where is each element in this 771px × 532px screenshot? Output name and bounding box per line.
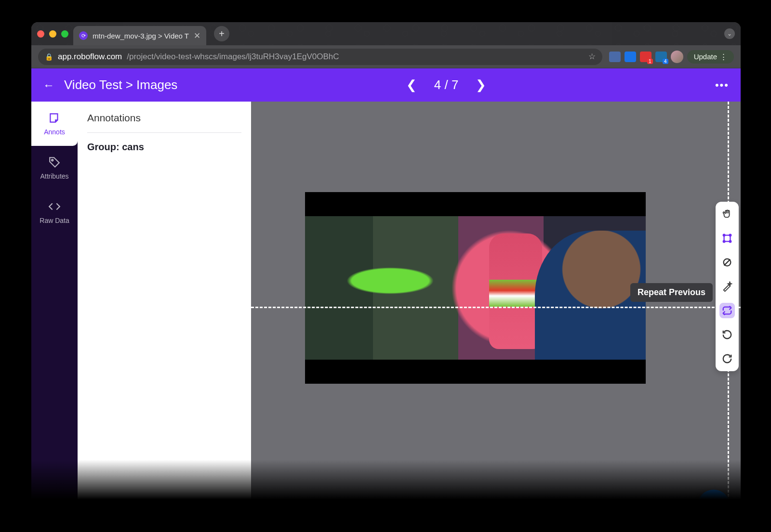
panel-title: Annotations — [87, 112, 241, 133]
minimize-window-button[interactable] — [49, 30, 56, 38]
hand-icon — [722, 209, 732, 220]
pager: ❮ 4 / 7 ❯ — [406, 78, 487, 92]
redo-icon — [722, 353, 732, 364]
browser-tab[interactable]: ⟳ mtn-dew_mov-3.jpg > Video T ✕ — [73, 26, 206, 45]
more-menu-button[interactable]: ••• — [715, 79, 729, 91]
page-current: 4 — [434, 78, 441, 92]
next-image-button[interactable]: ❯ — [476, 78, 486, 92]
decorative-mask — [0, 460, 771, 532]
svg-point-0 — [52, 159, 53, 161]
side-tab-label: Raw Data — [40, 217, 69, 224]
extension-icon[interactable]: 1 — [640, 52, 651, 62]
undo-icon — [722, 329, 732, 340]
extension-icon[interactable] — [609, 52, 621, 62]
magic-tool-button[interactable] — [719, 279, 735, 294]
side-tab-label: Attributes — [40, 172, 68, 180]
new-tab-button[interactable]: + — [214, 26, 229, 41]
app-header: ← Video Test > Images ❮ 4 / 7 ❯ ••• — [31, 68, 741, 102]
update-button[interactable]: Update ⋮ — [687, 50, 734, 64]
undo-button[interactable] — [719, 327, 735, 342]
tag-icon — [48, 156, 61, 169]
url-path: /project/video-test-whscs/images/lj3tuRH… — [127, 52, 339, 62]
update-label: Update — [694, 52, 717, 61]
side-tab-raw-data[interactable]: Raw Data — [31, 190, 78, 234]
svg-point-4 — [723, 241, 725, 243]
profile-avatar[interactable] — [671, 51, 683, 63]
guideline-horizontal — [251, 307, 741, 308]
tab-strip: ⟳ mtn-dew_mov-3.jpg > Video T ✕ + ⌄ — [31, 22, 741, 45]
image-object — [535, 231, 646, 360]
redo-button[interactable] — [719, 351, 735, 366]
close-window-button[interactable] — [37, 30, 44, 38]
url-bar: 🔒 app.roboflow.com/project/video-test-wh… — [31, 45, 741, 68]
favicon-icon: ⟳ — [79, 31, 88, 40]
lock-icon: 🔒 — [45, 53, 53, 61]
image-content — [305, 216, 646, 360]
note-icon — [48, 112, 61, 124]
prev-image-button[interactable]: ❮ — [406, 78, 417, 92]
side-tab-attributes[interactable]: Attributes — [31, 146, 78, 190]
page-separator: / — [445, 78, 448, 92]
repeat-previous-button[interactable] — [719, 303, 735, 318]
code-icon — [48, 200, 61, 213]
menu-dots-icon: ⋮ — [720, 52, 727, 61]
close-tab-icon[interactable]: ✕ — [194, 31, 200, 41]
tabs-menu-button[interactable]: ⌄ — [724, 28, 735, 39]
page-total: 7 — [452, 78, 458, 92]
annotation-group[interactable]: Group: cans — [87, 142, 241, 153]
extension-icon[interactable] — [625, 52, 636, 62]
tool-toolbar — [716, 202, 739, 371]
address-bar[interactable]: 🔒 app.roboflow.com/project/video-test-wh… — [38, 49, 602, 65]
magic-wand-icon — [722, 281, 732, 292]
extension-badge: 1 — [647, 59, 653, 64]
tooltip: Repeat Previous — [630, 283, 713, 302]
svg-point-5 — [730, 241, 731, 243]
svg-point-3 — [730, 234, 731, 236]
null-tool-button[interactable] — [719, 255, 735, 270]
url-host: app.roboflow.com — [58, 52, 122, 62]
browser-window: ⟳ mtn-dew_mov-3.jpg > Video T ✕ + ⌄ 🔒 ap… — [31, 22, 741, 527]
side-tab-label: Annots — [44, 128, 65, 136]
extension-icon[interactable]: 4 — [655, 52, 667, 62]
side-tab-annots[interactable]: Annots — [31, 102, 78, 146]
image-object — [489, 234, 542, 349]
extensions: 1 4 Update ⋮ — [609, 50, 734, 64]
image-frame — [305, 192, 646, 384]
bbox-tool-button[interactable] — [719, 231, 735, 246]
bookmark-icon[interactable]: ☆ — [588, 52, 596, 62]
maximize-window-button[interactable] — [61, 30, 68, 38]
extension-badge: 4 — [663, 59, 668, 64]
back-button[interactable]: ← — [43, 78, 54, 92]
window-controls — [37, 30, 68, 38]
page-indicator: 4 / 7 — [434, 78, 459, 92]
tab-title: mtn-dew_mov-3.jpg > Video T — [93, 32, 189, 40]
repeat-icon — [722, 305, 732, 316]
null-icon — [722, 257, 732, 268]
hand-tool-button[interactable] — [719, 207, 735, 222]
bounding-box-icon — [722, 233, 732, 244]
breadcrumb[interactable]: Video Test > Images — [64, 78, 177, 92]
svg-point-2 — [723, 234, 725, 236]
